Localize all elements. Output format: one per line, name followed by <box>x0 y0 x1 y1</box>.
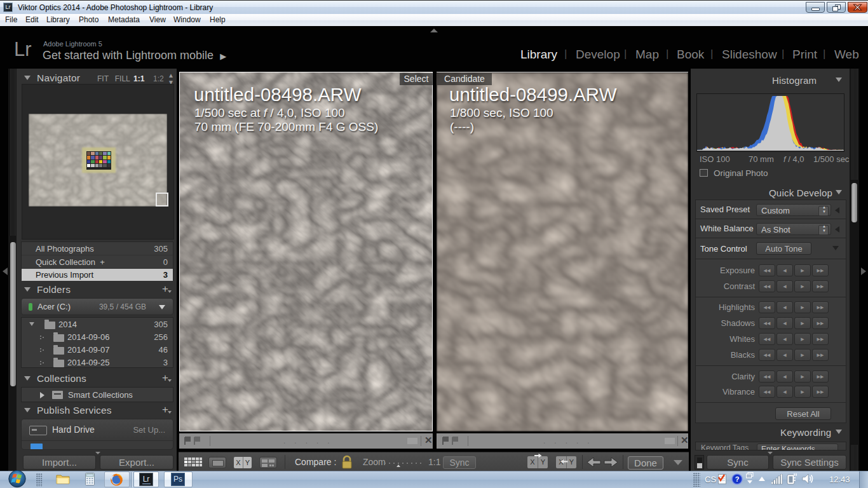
svg-text:?: ? <box>735 475 740 483</box>
